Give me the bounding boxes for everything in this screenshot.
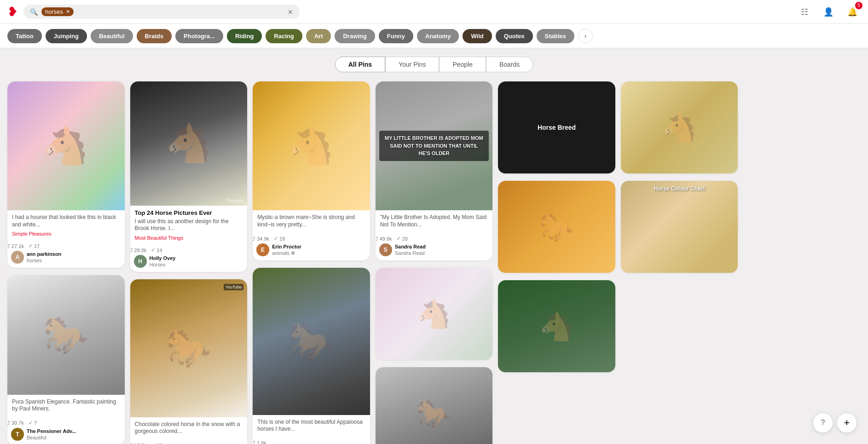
- user-info: Sandra Read Sandra Read: [395, 243, 426, 257]
- pin-user[interactable]: A ann parkinson horses: [7, 249, 125, 268]
- user-name: ann parkinson: [27, 251, 61, 257]
- user-info: The Pensioner Adv... Beautiful: [27, 428, 76, 441]
- pin-overlay-text: MY LITTLE BROTHER IS ADOPTED MOM SAID NO…: [376, 81, 493, 210]
- pin-card[interactable]: YouTube 🐎 Chocolate colored horse in the…: [130, 279, 248, 444]
- like-stat: ✓ 14: [151, 247, 162, 253]
- pin-stats: ⤴ 34.9k ✓ 18: [253, 236, 285, 242]
- pin-card[interactable]: 🐎: [498, 181, 615, 273]
- repin-stat: ⤴ 28.9k: [130, 248, 147, 253]
- repin-stat: ⤴ 34.9k: [253, 236, 269, 242]
- avatar: E: [256, 243, 269, 256]
- pin-card[interactable]: 🐎 This is one of the most beautiful Appa…: [253, 268, 370, 444]
- category-art[interactable]: Art: [306, 29, 331, 43]
- pin-user[interactable]: T The Pensioner Adv... Beautiful: [7, 426, 125, 444]
- pin-description: Chocolate colored horse in the snow with…: [135, 421, 243, 435]
- pin-info: Top 24 Horse Pictures Ever I will use th…: [130, 206, 248, 247]
- pin-card[interactable]: 🐎 Pura Spanish Elegance. Fantastic paint…: [7, 275, 125, 444]
- pin-card[interactable]: 🐴: [621, 81, 738, 173]
- repin-icon: ⤴: [253, 236, 255, 242]
- like-icon: ✓: [274, 236, 278, 242]
- user-info: Holly Ovey Horses: [150, 255, 176, 268]
- pin-card[interactable]: 🐎: [376, 367, 493, 444]
- avatar: H: [134, 255, 147, 268]
- pin-image: 🐴: [7, 81, 125, 210]
- help-button[interactable]: ?: [813, 413, 833, 433]
- user-info: Erin Proctor animals ✻: [272, 243, 301, 257]
- like-icon: ✓: [397, 236, 401, 242]
- explore-icon[interactable]: ☷: [796, 4, 813, 20]
- tab-your-pins[interactable]: Your Pins: [385, 57, 439, 72]
- category-funny[interactable]: Funny: [379, 29, 413, 43]
- pin-user[interactable]: H Holly Ovey Horses: [130, 253, 248, 272]
- pin-image: 🐎: [7, 275, 125, 395]
- category-jumping[interactable]: Jumping: [46, 29, 87, 43]
- pin-user[interactable]: E Erin Proctor animals ✻: [253, 242, 370, 260]
- pin-overlay-title: Horse Breed: [538, 124, 576, 131]
- pinterest-logo[interactable]: ❥: [7, 4, 18, 19]
- like-stat: ✓ 18: [274, 236, 285, 242]
- header-right: ☷ 👤 🔔 5: [796, 4, 861, 20]
- pin-user[interactable]: S Sandra Read Sandra Read: [376, 242, 493, 260]
- category-photography[interactable]: Photogra...: [175, 29, 223, 43]
- notifications-icon[interactable]: 🔔 5: [844, 4, 861, 20]
- user-info: ann parkinson horses: [27, 251, 61, 264]
- category-tattoo[interactable]: Tattoo: [7, 29, 42, 43]
- avatar: S: [379, 243, 392, 256]
- like-count: 20: [402, 236, 408, 242]
- pin-card[interactable]: 🐴: [498, 280, 615, 372]
- pin-card[interactable]: MY LITTLE BROTHER IS ADOPTED MOM SAID NO…: [376, 81, 493, 260]
- user-board: Sandra Read: [395, 250, 426, 256]
- category-drawing[interactable]: Drawing: [335, 29, 375, 43]
- pin-stats: ⤴ 27.1k ✓ 17: [7, 243, 40, 249]
- like-stat: ✓ 7: [29, 420, 37, 426]
- pin-image: 🐴: [253, 81, 370, 210]
- pin-stats: ⤴ 28.9k ✓ 14: [130, 247, 162, 253]
- header: ❥ 🔍 horses ✕ ✕ ☷ 👤 🔔 5: [0, 0, 868, 24]
- search-chip-text: horses: [45, 8, 63, 15]
- category-riding[interactable]: Riding: [227, 29, 262, 43]
- search-clear-icon[interactable]: ✕: [288, 8, 293, 16]
- search-chip-close[interactable]: ✕: [66, 9, 70, 15]
- pin-meta: ⤴ 30.7k ✓ 7: [7, 420, 125, 426]
- category-stables[interactable]: Stables: [537, 29, 574, 43]
- category-wild[interactable]: Wild: [463, 29, 492, 43]
- pin-card[interactable]: Horse Colour Chart: [621, 181, 738, 273]
- category-quotes[interactable]: Quotes: [496, 29, 533, 43]
- category-braids[interactable]: Braids: [137, 29, 172, 43]
- pin-meta: ⤴ 27.1k ✓ 17: [7, 243, 125, 249]
- user-board: horses: [27, 257, 61, 264]
- pin-info: Mystic-a brown mare~She is strong and ki…: [253, 210, 370, 236]
- tab-boards[interactable]: Boards: [486, 57, 533, 72]
- pin-description: I had a hourse that looked like this in …: [12, 214, 120, 228]
- pin-source: Most Beautiful Things: [135, 235, 243, 241]
- search-bar[interactable]: 🔍 horses ✕ ✕: [23, 5, 300, 19]
- category-next-arrow[interactable]: ›: [578, 29, 593, 43]
- category-racing[interactable]: Racing: [266, 29, 302, 43]
- repin-count: 27.1k: [12, 243, 24, 249]
- tab-people[interactable]: People: [439, 57, 486, 72]
- zoom-in-button[interactable]: +: [837, 413, 857, 433]
- repin-count: 30.7k: [12, 420, 24, 426]
- pin-description: Mystic-a brown mare~She is strong and ki…: [257, 214, 365, 228]
- category-beautiful[interactable]: Beautiful: [91, 29, 133, 43]
- repin-count: 1.8k: [257, 440, 266, 444]
- category-anatomy[interactable]: Anatomy: [417, 29, 459, 43]
- pin-card[interactable]: 🐴 I had a hourse that looked like this i…: [7, 81, 125, 268]
- filter-tabs: All Pins Your Pins People Boards: [0, 48, 868, 78]
- pin-image: 🐴 Thomsen: [130, 81, 248, 206]
- pin-stats: ⤴ 49.6k ✓ 20: [376, 236, 408, 242]
- pin-description: This is one of the most beautiful Appalo…: [257, 419, 365, 433]
- tab-all-pins[interactable]: All Pins: [335, 57, 385, 72]
- pin-image: 🐴: [621, 81, 738, 173]
- pin-card[interactable]: Horse Breed: [498, 81, 615, 173]
- source-watermark: YouTube: [224, 284, 243, 290]
- search-input[interactable]: [76, 8, 288, 16]
- pin-card[interactable]: 🐴: [376, 268, 493, 360]
- pin-image: YouTube 🐎: [130, 279, 248, 417]
- pin-card[interactable]: 🐴 Mystic-a brown mare~She is strong and …: [253, 81, 370, 260]
- profile-icon[interactable]: 👤: [820, 4, 837, 20]
- pin-card[interactable]: 🐴 Thomsen Top 24 Horse Pictures Ever I w…: [130, 81, 248, 272]
- pin-overlay-title: Horse Colour Chart: [654, 185, 705, 192]
- user-board: animals ✻: [272, 250, 301, 256]
- search-chip[interactable]: horses ✕: [41, 7, 74, 16]
